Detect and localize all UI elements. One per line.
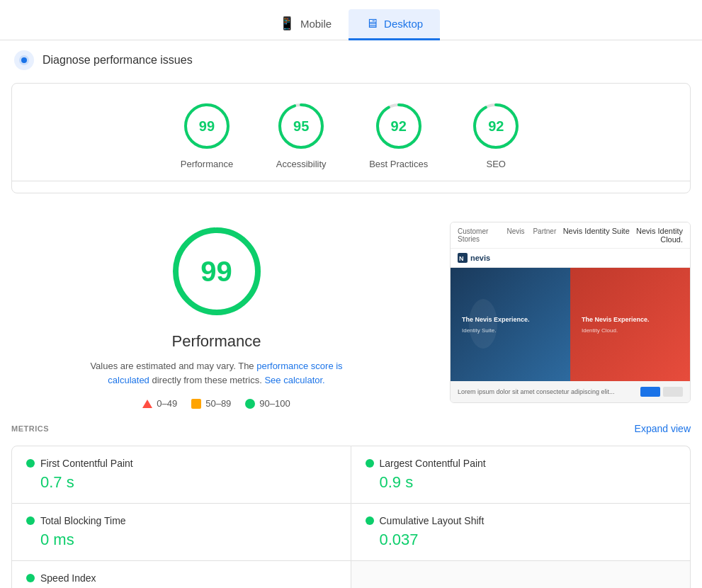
logo-bar: N nevis xyxy=(451,249,690,268)
metric-lcp: Largest Contentful Paint 0.9 s xyxy=(351,446,691,504)
accessibility-label: Accessibility xyxy=(276,159,327,169)
lcp-name: Largest Contentful Paint xyxy=(380,458,486,469)
lcp-header: Largest Contentful Paint xyxy=(366,458,676,469)
desktop-icon: 🖥 xyxy=(366,16,378,31)
score-card: 99 Performance 95 Accessibility xyxy=(11,83,691,193)
calculator-link[interactable]: See calculator. xyxy=(264,375,324,385)
hero-right: The Nevis Experience. Identity Cloud. xyxy=(570,268,690,381)
seo-score: 92 xyxy=(488,118,504,135)
tab-mobile-label: Mobile xyxy=(300,18,332,30)
metric-empty xyxy=(351,561,691,588)
performance-score: 99 xyxy=(199,118,215,135)
pass-icon xyxy=(245,399,255,409)
svg-point-14 xyxy=(469,299,497,349)
si-status-dot xyxy=(26,574,35,582)
metric-fcp: First Contentful Paint 0.7 s xyxy=(11,446,351,504)
diagnose-icon xyxy=(14,50,34,70)
best-practices-circle: 92 xyxy=(373,101,424,152)
svg-text:N: N xyxy=(459,255,464,262)
performance-main-title: Performance xyxy=(172,332,261,351)
expand-view-link[interactable]: Expand view xyxy=(635,423,691,434)
footer-text: Lorem ipsum dolor sit amet consectetur a… xyxy=(458,388,615,395)
legend-average-range: 50–89 xyxy=(205,398,231,409)
left-panel: 99 Performance Values are estimated and … xyxy=(11,222,421,409)
diagnose-title: Diagnose performance issues xyxy=(43,54,193,67)
score-seo[interactable]: 92 SEO xyxy=(470,101,521,169)
nav-right: Nevis Identity Suite Nevis Identity Clou… xyxy=(556,227,683,244)
fcp-status-dot xyxy=(26,459,35,468)
tab-bar: 📱 Mobile 🖥 Desktop xyxy=(0,0,702,40)
average-icon xyxy=(191,399,201,409)
cls-name: Cumulative Layout Shift xyxy=(380,515,485,526)
legend-fail: 0–49 xyxy=(142,398,177,409)
metric-tbt: Total Blocking Time 0 ms xyxy=(11,504,351,561)
svg-point-1 xyxy=(21,57,27,63)
accessibility-score: 95 xyxy=(293,118,309,135)
tbt-status-dot xyxy=(26,516,35,525)
screenshot-footer: Lorem ipsum dolor sit amet consectetur a… xyxy=(451,381,690,402)
si-header: Speed Index xyxy=(26,572,336,584)
legend-average: 50–89 xyxy=(191,398,231,409)
hero-right-subtitle: Identity Cloud. xyxy=(582,327,679,334)
fcp-name: First Contentful Paint xyxy=(40,458,133,469)
desc-text-1: Values are estimated and may vary. The xyxy=(90,361,254,371)
legend-fail-range: 0–49 xyxy=(157,398,177,409)
metrics-section: METRICS Expand view First Contentful Pai… xyxy=(0,423,702,588)
best-practices-label: Best Practices xyxy=(369,159,428,169)
score-accessibility[interactable]: 95 Accessibility xyxy=(276,101,327,169)
tbt-value: 0 ms xyxy=(26,531,336,549)
legend-pass-range: 90–100 xyxy=(259,398,290,409)
score-legend: 0–49 50–89 90–100 xyxy=(142,398,290,409)
hero-left: The Nevis Experience. Identity Suite. xyxy=(451,268,570,381)
nav-identity-cloud: Nevis Identity Cloud. xyxy=(636,227,683,244)
lcp-value: 0.9 s xyxy=(366,473,676,492)
large-performance-score: 99 xyxy=(200,256,232,288)
cls-value: 0.037 xyxy=(366,531,676,549)
tab-mobile[interactable]: 📱 Mobile xyxy=(262,9,349,40)
score-divider xyxy=(12,181,690,181)
legend-pass: 90–100 xyxy=(245,398,290,409)
si-name: Speed Index xyxy=(40,572,96,584)
nav-partner: Partner xyxy=(533,227,556,243)
best-practices-score: 92 xyxy=(391,118,407,135)
nevis-logo-bar: N nevis xyxy=(458,253,490,263)
nav-identity-suite: Nevis Identity Suite xyxy=(563,227,630,235)
tbt-name: Total Blocking Time xyxy=(40,515,126,526)
score-best-practices[interactable]: 92 Best Practices xyxy=(369,101,428,169)
tab-desktop-label: Desktop xyxy=(384,18,423,30)
hero-right-title: The Nevis Experience. xyxy=(582,315,679,324)
accessibility-circle: 95 xyxy=(276,101,327,152)
nav-customer-stories: Customer Stories xyxy=(458,227,498,243)
metrics-grid: First Contentful Paint 0.7 s Largest Con… xyxy=(11,446,691,588)
seo-label: SEO xyxy=(487,159,506,169)
metrics-title: METRICS xyxy=(11,424,49,433)
performance-description: Values are estimated and may vary. The p… xyxy=(82,359,351,387)
performance-label: Performance xyxy=(181,159,233,169)
large-performance-circle: 99 xyxy=(167,222,266,321)
screenshot-hero: The Nevis Experience. Identity Suite. Th… xyxy=(451,268,690,381)
score-row: 99 Performance 95 Accessibility xyxy=(12,101,690,169)
seo-circle: 92 xyxy=(470,101,521,152)
desc-text-2: directly from these metrics. xyxy=(152,375,261,385)
tbt-header: Total Blocking Time xyxy=(26,515,336,526)
cls-header: Cumulative Layout Shift xyxy=(366,515,676,526)
fcp-header: First Contentful Paint xyxy=(26,458,336,469)
score-performance[interactable]: 99 Performance xyxy=(181,101,233,169)
metrics-header: METRICS Expand view xyxy=(11,423,691,434)
main-content: 99 Performance Values are estimated and … xyxy=(0,208,702,423)
fail-icon xyxy=(142,400,152,408)
screenshot-nav: Customer Stories Nevis Partner Nevis Ide… xyxy=(451,222,690,249)
lcp-status-dot xyxy=(366,459,374,468)
mobile-icon: 📱 xyxy=(279,16,295,31)
metric-si: Speed Index 1.0 s xyxy=(11,561,351,588)
nav-nevis: Nevis xyxy=(506,227,524,243)
diagnose-bar: Diagnose performance issues xyxy=(0,40,702,80)
metric-cls: Cumulative Layout Shift 0.037 xyxy=(351,504,691,561)
fcp-value: 0.7 s xyxy=(26,473,336,492)
site-screenshot: Customer Stories Nevis Partner Nevis Ide… xyxy=(450,222,691,403)
cls-status-dot xyxy=(366,516,374,525)
right-panel: Customer Stories Nevis Partner Nevis Ide… xyxy=(450,222,691,403)
performance-circle: 99 xyxy=(181,101,232,152)
tab-desktop[interactable]: 🖥 Desktop xyxy=(349,9,440,40)
